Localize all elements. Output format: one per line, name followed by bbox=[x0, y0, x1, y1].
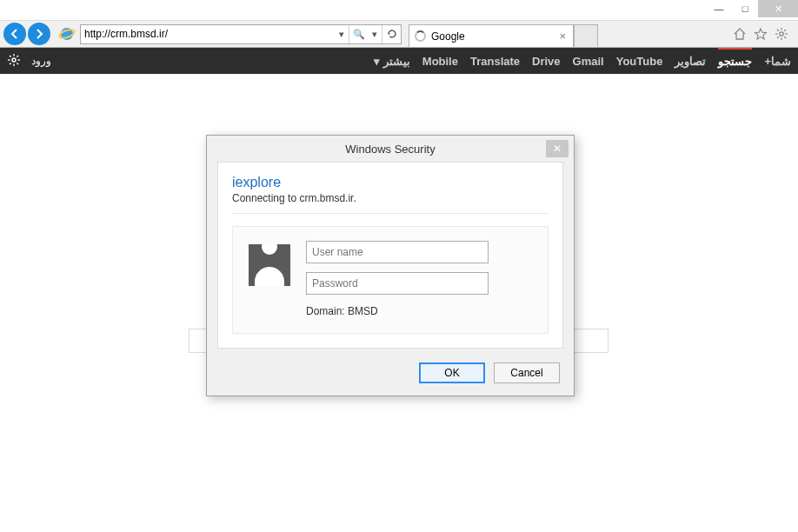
svg-line-7 bbox=[777, 30, 779, 31]
gbar-right-links: ▾ بیشتر Mobile Translate Drive Gmail You… bbox=[374, 55, 791, 68]
svg-line-8 bbox=[784, 37, 786, 38]
dialog-body: iexplore Connecting to crm.bmsd.ir. Doma… bbox=[217, 162, 563, 349]
svg-line-16 bbox=[10, 56, 11, 57]
ie-logo-icon bbox=[57, 24, 76, 43]
gbar-link[interactable]: YouTube bbox=[616, 55, 663, 68]
windows-security-dialog: Windows Security ✕ iexplore Connecting t… bbox=[206, 135, 575, 396]
svg-line-19 bbox=[17, 56, 18, 57]
svg-point-11 bbox=[12, 58, 16, 62]
gbar-link[interactable]: Mobile bbox=[422, 55, 458, 68]
window-close-button[interactable]: ✕ bbox=[758, 0, 798, 17]
dialog-divider bbox=[232, 213, 549, 214]
refresh-button[interactable] bbox=[382, 25, 401, 43]
gbar-link[interactable]: Gmail bbox=[573, 55, 604, 68]
search-button[interactable]: 🔍 bbox=[349, 25, 368, 43]
dialog-titlebar: Windows Security ✕ bbox=[207, 136, 574, 162]
address-dropdown-button[interactable]: ▾ bbox=[335, 25, 349, 43]
dialog-title: Windows Security bbox=[345, 143, 435, 156]
svg-line-9 bbox=[777, 37, 779, 38]
gbar-gear-icon[interactable] bbox=[7, 53, 23, 69]
gbar-link[interactable]: Drive bbox=[532, 55, 561, 68]
gbar-more-link[interactable]: ▾ بیشتر bbox=[374, 55, 410, 68]
browser-navbar: ▾ 🔍 ▾ Google × bbox=[0, 20, 798, 48]
navbar-right-icons bbox=[732, 26, 795, 42]
gbar-link[interactable]: تصاویر bbox=[675, 55, 706, 68]
tab-title: Google bbox=[431, 30, 465, 43]
search-dropdown-button[interactable]: ▾ bbox=[368, 25, 382, 43]
search-box-right-edge bbox=[574, 329, 608, 353]
svg-line-10 bbox=[784, 30, 786, 31]
page-content: Windows Security ✕ iexplore Connecting t… bbox=[0, 74, 798, 532]
loading-spinner-icon bbox=[415, 30, 426, 42]
maximize-button[interactable]: □ bbox=[732, 0, 758, 17]
dialog-actions: OK Cancel bbox=[207, 359, 574, 396]
domain-label: Domain: BMSD bbox=[306, 305, 489, 317]
forward-button[interactable] bbox=[28, 23, 50, 45]
home-icon[interactable] bbox=[732, 26, 748, 42]
url-input[interactable] bbox=[81, 25, 335, 43]
svg-point-2 bbox=[780, 32, 783, 36]
minimize-button[interactable]: — bbox=[706, 0, 732, 17]
search-box-left-edge bbox=[189, 329, 206, 353]
gbar-login-link[interactable]: ورود bbox=[31, 55, 51, 67]
ok-button[interactable]: OK bbox=[419, 362, 485, 383]
back-button[interactable] bbox=[3, 23, 26, 45]
tools-gear-icon[interactable] bbox=[774, 26, 789, 42]
user-avatar-icon bbox=[249, 244, 290, 286]
dialog-app-name: iexplore bbox=[232, 175, 549, 190]
password-input[interactable] bbox=[306, 272, 489, 295]
dialog-close-button[interactable]: ✕ bbox=[546, 140, 569, 157]
browser-tab[interactable]: Google × bbox=[409, 24, 574, 47]
address-bar: ▾ 🔍 ▾ bbox=[80, 24, 402, 44]
svg-line-17 bbox=[17, 63, 18, 64]
new-tab-button[interactable] bbox=[574, 24, 598, 47]
window-titlebar: — □ ✕ bbox=[0, 0, 798, 20]
svg-line-18 bbox=[10, 63, 11, 64]
gbar-link[interactable]: Translate bbox=[470, 55, 520, 68]
dialog-message: Connecting to crm.bmsd.ir. bbox=[232, 192, 549, 204]
username-input[interactable] bbox=[306, 241, 489, 263]
credentials-box: Domain: BMSD bbox=[232, 226, 549, 334]
tab-strip: Google × bbox=[409, 21, 598, 47]
gbar-link[interactable]: +شما bbox=[764, 55, 791, 68]
gbar-link-active[interactable]: جستجو bbox=[718, 48, 752, 68]
tab-close-button[interactable]: × bbox=[557, 30, 568, 43]
google-bar: ورود ▾ بیشتر Mobile Translate Drive Gmai… bbox=[0, 48, 798, 74]
cancel-button[interactable]: Cancel bbox=[494, 362, 560, 383]
favorites-icon[interactable] bbox=[753, 26, 768, 42]
